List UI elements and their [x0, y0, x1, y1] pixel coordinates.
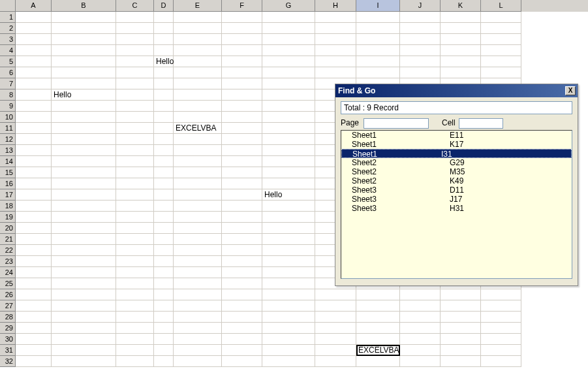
cell[interactable]: [52, 223, 116, 234]
cell[interactable]: [154, 356, 174, 367]
cell[interactable]: [154, 212, 174, 223]
cell[interactable]: [116, 56, 154, 67]
cell[interactable]: [116, 267, 154, 278]
cell[interactable]: [16, 300, 52, 312]
row-header[interactable]: 19: [0, 212, 16, 223]
row-header[interactable]: 25: [0, 278, 16, 289]
row-header[interactable]: 12: [0, 134, 16, 145]
cell[interactable]: [174, 300, 222, 312]
cell[interactable]: [400, 334, 441, 345]
cell[interactable]: [116, 234, 154, 245]
cell[interactable]: [262, 89, 315, 101]
cell[interactable]: [222, 189, 262, 201]
cell[interactable]: [315, 12, 356, 23]
result-row[interactable]: Sheet2K49: [341, 176, 572, 185]
cell[interactable]: [154, 145, 174, 156]
cell[interactable]: [481, 312, 521, 323]
cell[interactable]: [262, 45, 315, 56]
cell[interactable]: [52, 112, 116, 123]
row-header[interactable]: 3: [0, 34, 16, 45]
cell[interactable]: [116, 212, 154, 223]
cell[interactable]: [154, 112, 174, 123]
cell[interactable]: [262, 289, 315, 300]
cell[interactable]: [116, 201, 154, 212]
page-input[interactable]: [364, 118, 429, 129]
cell[interactable]: [174, 178, 222, 189]
cell[interactable]: [52, 334, 116, 345]
cell[interactable]: [116, 312, 154, 323]
cell[interactable]: [441, 23, 481, 34]
cell[interactable]: [315, 334, 356, 345]
cell[interactable]: [315, 345, 356, 356]
cell[interactable]: [262, 278, 315, 289]
result-row[interactable]: Sheet2M35: [341, 167, 572, 176]
cell[interactable]: [174, 289, 222, 300]
row-header[interactable]: 32: [0, 356, 16, 367]
cell[interactable]: [154, 78, 174, 89]
cell[interactable]: [16, 156, 52, 167]
cell[interactable]: [154, 245, 174, 256]
cell[interactable]: [481, 334, 521, 345]
column-header-g[interactable]: G: [262, 0, 315, 12]
cell[interactable]: [441, 56, 481, 67]
row-header[interactable]: 13: [0, 145, 16, 156]
cell[interactable]: [356, 300, 400, 312]
cell[interactable]: [222, 45, 262, 56]
cell[interactable]: [481, 323, 521, 334]
cell[interactable]: [222, 167, 262, 178]
row-header[interactable]: 14: [0, 156, 16, 167]
cell[interactable]: [315, 289, 356, 300]
cell[interactable]: [262, 167, 315, 178]
cell[interactable]: [154, 189, 174, 201]
cell[interactable]: [154, 289, 174, 300]
cell[interactable]: [222, 34, 262, 45]
row-header[interactable]: 16: [0, 178, 16, 189]
cell[interactable]: [441, 323, 481, 334]
cell[interactable]: [174, 345, 222, 356]
row-header[interactable]: 30: [0, 334, 16, 345]
cell[interactable]: [154, 12, 174, 23]
cell[interactable]: [16, 56, 52, 67]
cell[interactable]: [52, 267, 116, 278]
cell[interactable]: [16, 89, 52, 101]
cell[interactable]: [174, 312, 222, 323]
cell[interactable]: [116, 189, 154, 201]
cell[interactable]: [16, 278, 52, 289]
cell[interactable]: [52, 356, 116, 367]
cell[interactable]: [441, 312, 481, 323]
cell[interactable]: [356, 12, 400, 23]
cell[interactable]: [481, 45, 521, 56]
cell[interactable]: [262, 323, 315, 334]
cell[interactable]: [52, 323, 116, 334]
cell[interactable]: [154, 201, 174, 212]
result-row[interactable]: Sheet1I31: [341, 149, 572, 158]
row-header[interactable]: 29: [0, 323, 16, 334]
cell[interactable]: [116, 101, 154, 112]
cell[interactable]: [154, 156, 174, 167]
cell[interactable]: [222, 134, 262, 145]
cell[interactable]: [52, 34, 116, 45]
cell[interactable]: [16, 178, 52, 189]
column-header-e[interactable]: E: [174, 0, 222, 12]
cell[interactable]: [16, 312, 52, 323]
row-header[interactable]: 26: [0, 289, 16, 300]
cell[interactable]: [154, 167, 174, 178]
cell-input[interactable]: [459, 118, 503, 129]
cell[interactable]: [16, 356, 52, 367]
cell[interactable]: [16, 212, 52, 223]
cell[interactable]: [400, 345, 441, 356]
cell[interactable]: [116, 89, 154, 101]
cell[interactable]: [16, 289, 52, 300]
cell[interactable]: [174, 56, 222, 67]
cell[interactable]: [52, 212, 116, 223]
cell[interactable]: [16, 167, 52, 178]
column-header-j[interactable]: J: [400, 0, 441, 12]
cell[interactable]: [52, 145, 116, 156]
cell[interactable]: [116, 34, 154, 45]
column-header-b[interactable]: B: [52, 0, 116, 12]
cell[interactable]: [154, 234, 174, 245]
cell[interactable]: [154, 134, 174, 145]
cell[interactable]: [116, 289, 154, 300]
cell[interactable]: [52, 300, 116, 312]
cell[interactable]: [400, 56, 441, 67]
